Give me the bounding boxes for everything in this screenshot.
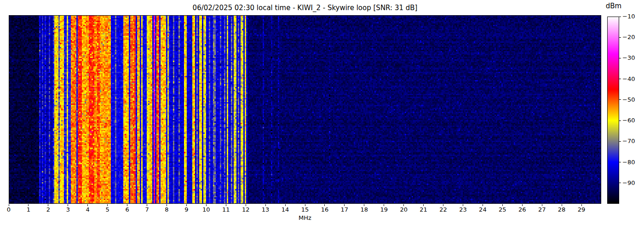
- spectrogram-canvas: [9, 15, 601, 204]
- x-tick-label: 3: [61, 207, 75, 213]
- colorbar-tick-mark: [619, 183, 621, 183]
- x-tick-label: 15: [298, 207, 312, 213]
- x-tick-label: 22: [437, 207, 450, 213]
- x-tick-label: 24: [476, 207, 489, 213]
- x-tick-label: 21: [417, 207, 431, 213]
- colorbar-tick-mark: [619, 162, 621, 162]
- x-tick-label: 2: [41, 207, 55, 213]
- colorbar-canvas: [607, 17, 619, 204]
- x-tick-label: 28: [555, 207, 569, 213]
- colorbar-tick-mark: [619, 99, 621, 100]
- x-tick-label: 20: [397, 207, 411, 213]
- x-tick-label: 29: [575, 207, 588, 213]
- x-tick-label: 12: [239, 207, 253, 213]
- x-tick-label: 1: [22, 207, 35, 213]
- x-tick-label: 25: [495, 207, 509, 213]
- colorbar-tick-mark: [619, 79, 621, 79]
- plot-title: 06/02/2025 02:30 local time - KIWI_2 - S…: [9, 4, 601, 12]
- colorbar-tick-mark: [619, 37, 621, 38]
- colorbar-tick-label: −70: [622, 138, 643, 145]
- x-tick-label: 16: [318, 207, 332, 213]
- colorbar-tick-mark: [619, 121, 621, 121]
- x-tick-label: 5: [101, 207, 115, 213]
- x-tick-label: 7: [140, 207, 154, 213]
- colorbar-tick-label: −30: [622, 54, 643, 62]
- colorbar-tick-label: −20: [622, 34, 643, 41]
- colorbar-tick-label: −50: [622, 96, 643, 104]
- x-tick-label: 6: [121, 207, 134, 213]
- x-tick-label: 10: [199, 207, 213, 213]
- colorbar-tick-label: −40: [622, 75, 643, 83]
- spectrogram-figure: 06/02/2025 02:30 local time - KIWI_2 - S…: [0, 0, 644, 230]
- x-tick-label: 26: [515, 207, 529, 213]
- colorbar-tick-label: −80: [622, 159, 643, 166]
- x-tick-label: 0: [2, 207, 16, 213]
- colorbar-tick-mark: [619, 141, 621, 142]
- x-tick-label: 8: [160, 207, 173, 213]
- x-tick-label: 14: [278, 207, 292, 213]
- colorbar-tick-mark: [619, 58, 621, 58]
- colorbar-tick-mark: [619, 17, 621, 17]
- colorbar-tick-label: −90: [622, 179, 643, 187]
- x-tick-label: 23: [456, 207, 470, 213]
- x-tick-label: 4: [81, 207, 95, 213]
- colorbar-tick-label: −10: [622, 13, 643, 20]
- x-tick-label: 19: [377, 207, 391, 213]
- x-tick-label: 18: [357, 207, 371, 213]
- x-tick-label: 11: [219, 207, 233, 213]
- x-tick-label: 13: [259, 207, 272, 213]
- x-tick-label: 17: [338, 207, 351, 213]
- x-tick-label: 9: [179, 207, 193, 213]
- x-tick-label: 27: [535, 207, 549, 213]
- x-axis-label: MHz: [9, 214, 601, 221]
- colorbar-tick-label: −60: [622, 117, 643, 124]
- colorbar-unit-label: dBm: [599, 2, 628, 10]
